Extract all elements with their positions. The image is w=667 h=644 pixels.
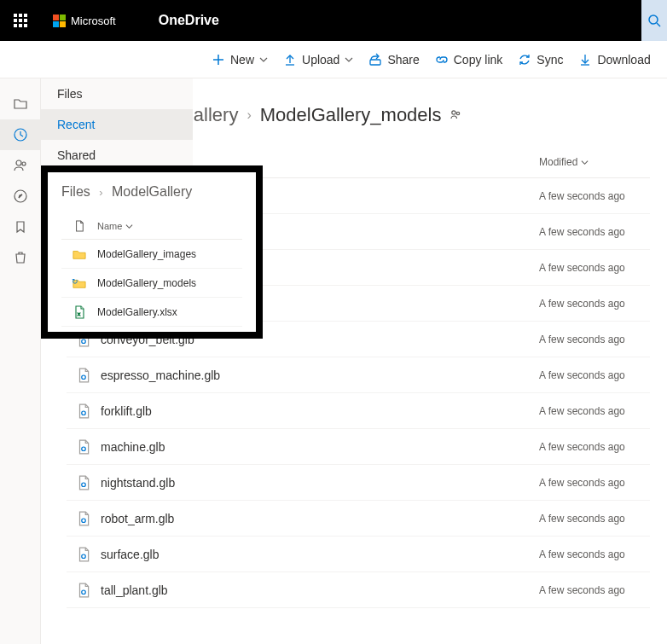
inset-crumb-current: ModelGallery <box>112 184 192 199</box>
new-label: New <box>230 53 254 67</box>
file-modified: A few seconds ago <box>539 190 650 202</box>
inset-row[interactable]: xModelGallery.xlsx <box>61 298 242 327</box>
search-button[interactable] <box>641 0 667 41</box>
file-row[interactable]: nightstand.glbA few seconds ago <box>67 465 650 501</box>
file-modified: A few seconds ago <box>539 334 650 345</box>
search-icon <box>647 14 661 27</box>
inset-preview: Files › ModelGallery Name ModelGallery_i… <box>41 165 263 339</box>
link-icon <box>435 53 449 67</box>
file-modified: A few seconds ago <box>539 369 650 381</box>
file-row[interactable]: machine.glbA few seconds ago <box>67 429 650 465</box>
share-label: Share <box>387 53 419 67</box>
file-type-icon <box>67 583 101 598</box>
file-modified: A few seconds ago <box>539 298 650 310</box>
file-name: surface.glb <box>101 548 539 561</box>
shared-icon[interactable] <box>450 108 461 123</box>
chevron-right-icon: › <box>99 186 102 199</box>
inset-crumb-root[interactable]: Files <box>61 184 90 199</box>
sidebar-item-files[interactable]: Files <box>41 78 193 109</box>
sync-label: Sync <box>536 53 563 67</box>
download-button[interactable]: Download <box>578 53 650 67</box>
file-row[interactable]: forklift.glbA few seconds ago <box>67 393 650 429</box>
svg-point-27 <box>82 590 86 595</box>
file-type-icon <box>67 547 101 562</box>
svg-point-14 <box>452 110 455 113</box>
app-launcher-button[interactable] <box>0 0 41 41</box>
upload-label: Upload <box>302 53 339 67</box>
sidebar-item-recent[interactable]: Recent <box>41 109 193 140</box>
sidebar-discover-icon-wrap[interactable] <box>0 181 40 212</box>
svg-point-25 <box>82 519 86 523</box>
svg-point-26 <box>82 554 86 559</box>
file-name: machine.glb <box>101 440 539 454</box>
file-row[interactable]: tall_plant.glbA few seconds ago <box>67 572 650 608</box>
brand-label: Microsoft <box>71 15 116 27</box>
sync-icon <box>518 53 531 67</box>
svg-marker-13 <box>19 194 22 198</box>
new-button[interactable]: New <box>212 53 268 67</box>
inset-breadcrumb: Files › ModelGallery <box>61 184 242 200</box>
inset-column-name-label[interactable]: Name <box>97 221 122 231</box>
chevron-down-icon <box>259 55 268 64</box>
sidebar-recycle-icon-wrap[interactable] <box>0 242 40 273</box>
chevron-down-icon <box>125 223 133 230</box>
file-modified: A few seconds ago <box>539 584 650 596</box>
command-bar: New Upload Share Copy link Sync Download <box>0 41 667 78</box>
people-icon <box>13 158 28 173</box>
sidebar-item-label: Recent <box>57 118 95 131</box>
file-modified: A few seconds ago <box>539 226 650 238</box>
chevron-right-icon: › <box>246 107 251 123</box>
svg-line-1 <box>657 23 660 26</box>
svg-point-20 <box>82 339 86 344</box>
top-bar: Microsoft OneDrive <box>0 0 667 41</box>
sync-badge-icon: ↻ <box>72 277 78 286</box>
upload-icon <box>283 53 297 67</box>
inset-row-name: ModelGallery.xlsx <box>97 306 177 318</box>
inset-table-header: Name <box>61 220 242 240</box>
file-type-icon <box>67 368 101 383</box>
file-modified: A few seconds ago <box>539 513 650 525</box>
svg-point-21 <box>82 375 86 380</box>
inset-row[interactable]: ModelGallery_images <box>61 240 242 269</box>
column-header-modified[interactable]: Modified <box>539 156 650 168</box>
copy-link-button[interactable]: Copy link <box>435 53 503 67</box>
file-modified: A few seconds ago <box>539 477 650 489</box>
file-name: forklift.glb <box>101 404 539 418</box>
chevron-down-icon <box>345 55 353 64</box>
sidebar-files-icon-wrap[interactable] <box>0 89 40 119</box>
waffle-icon <box>14 14 27 27</box>
file-row[interactable]: surface.glbA few seconds ago <box>67 537 650 572</box>
file-row[interactable]: robot_arm.glbA few seconds ago <box>67 501 650 537</box>
file-modified: A few seconds ago <box>539 262 650 274</box>
svg-point-11 <box>22 162 26 165</box>
file-name: nightstand.glb <box>101 476 539 490</box>
share-icon <box>368 53 382 67</box>
sidebar-item-label: Files <box>57 87 83 101</box>
upload-button[interactable]: Upload <box>283 53 353 67</box>
sidebar-shared-icon-wrap[interactable] <box>0 150 40 181</box>
svg-point-15 <box>457 112 460 114</box>
folder-icon <box>13 96 28 112</box>
app-title: OneDrive <box>159 13 219 28</box>
recycle-bin-icon <box>13 250 28 265</box>
sidebar-labels: Files Recent Shared <box>41 78 193 171</box>
share-button[interactable]: Share <box>368 53 419 67</box>
inset-row-name: ModelGallery_images <box>97 248 196 260</box>
inset-row-icon: ↻ <box>61 277 97 289</box>
file-type-icon <box>67 403 101 419</box>
sidebar-bookmark-icon-wrap[interactable] <box>0 212 40 242</box>
file-modified: A few seconds ago <box>539 441 650 453</box>
sidebar-item-label: Shared <box>57 148 96 162</box>
inset-row[interactable]: ↻ModelGallery_models <box>61 269 242 298</box>
svg-rect-6 <box>370 60 380 65</box>
sidebar-recent-icon-wrap[interactable] <box>0 119 40 150</box>
file-name: tall_plant.glb <box>101 583 539 597</box>
clock-icon <box>13 127 28 142</box>
svg-point-24 <box>82 483 86 487</box>
chevron-down-icon <box>581 159 589 166</box>
file-row[interactable]: espresso_machine.glbA few seconds ago <box>67 357 650 393</box>
file-type-icon <box>67 439 101 455</box>
sync-button[interactable]: Sync <box>518 53 563 67</box>
copy-link-label: Copy link <box>454 53 503 67</box>
inset-row-name: ModelGallery_models <box>97 277 196 289</box>
